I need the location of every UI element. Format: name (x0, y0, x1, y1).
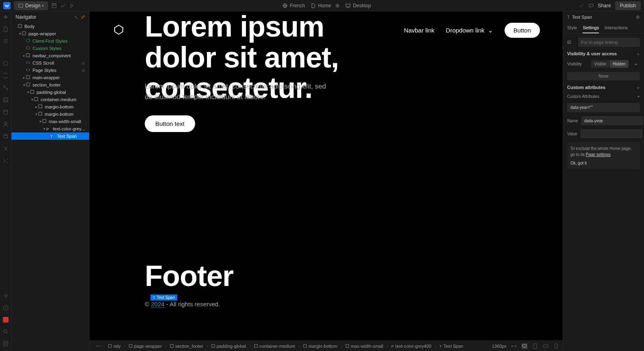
tree-caret[interactable]: ▾ (34, 112, 38, 116)
styles-icon[interactable] (2, 84, 9, 91)
cms-icon[interactable] (2, 109, 9, 115)
users-icon[interactable] (2, 121, 9, 128)
assets-icon[interactable] (2, 97, 9, 103)
tree-item-custom-styles[interactable]: Custom Styles (11, 45, 89, 52)
variables-icon[interactable] (2, 72, 9, 79)
tree-item-text-color-grey400[interactable]: ▾Ptext-color-grey400 (11, 125, 89, 132)
tree-item-margin-bottom[interactable]: ▸margin-bottom (11, 103, 89, 110)
check-icon[interactable] (579, 3, 584, 9)
tree-item-container-medium[interactable]: ▾container-medium (11, 96, 89, 103)
locale-selector[interactable]: French (283, 3, 305, 9)
comment-icon[interactable] (588, 3, 594, 9)
breadcrumb-item[interactable]: section_footer (166, 344, 207, 349)
visibility-hidden[interactable]: Hidden (610, 60, 629, 68)
element-settings-icon[interactable]: ⚙ (636, 15, 640, 20)
tree-item-main-wrapper[interactable]: ▸main-wrapper (11, 74, 89, 81)
tree-label: Page Styles (33, 68, 82, 73)
canvas[interactable]: Navbar link Dropdown link ⌄ Button Lorem… (89, 11, 563, 340)
save-icon[interactable] (51, 3, 57, 9)
hidden-icon[interactable]: ⊘ (82, 61, 87, 65)
breakpoint-selector[interactable]: Desktop (346, 3, 371, 9)
tab-style[interactable]: Style (567, 23, 577, 33)
page-selector[interactable]: Home (311, 3, 340, 9)
search-icon[interactable] (2, 328, 9, 335)
attr-value-input[interactable] (581, 129, 642, 138)
apps-icon[interactable]: F (2, 158, 9, 164)
tree-caret[interactable]: ▾ (38, 119, 42, 124)
tree-caret[interactable]: ▾ (26, 90, 30, 94)
breadcrumb-item[interactable]: Ptext-color-grey400 (387, 344, 435, 349)
tree-item-page-styles[interactable]: Page Styles⊘ (11, 67, 89, 74)
svg-rect-31 (212, 344, 215, 347)
tree-item-css-scroll[interactable]: CSS Scroll⊘ (11, 59, 89, 67)
hidden-icon[interactable]: ⊘ (82, 68, 87, 73)
tab-interactions[interactable]: Interactions (605, 23, 628, 33)
breadcrumb-item[interactable]: margin-bottom (299, 344, 342, 349)
attribute-item[interactable]: data-year="" (567, 103, 640, 112)
design-mode-dropdown[interactable]: Design ▾ (14, 1, 48, 10)
ecommerce-icon[interactable] (2, 133, 9, 140)
tree-caret[interactable]: ▸ (34, 105, 38, 109)
id-input[interactable] (578, 38, 640, 47)
p-icon: P (391, 344, 394, 349)
settings-icon[interactable] (2, 292, 9, 299)
play-icon[interactable] (69, 3, 75, 9)
breadcrumb-more[interactable]: ⋯ (93, 343, 104, 349)
tree-caret[interactable]: ▾ (22, 83, 26, 87)
attr-name-input[interactable] (581, 116, 643, 125)
canvas-area: Navbar link Dropdown link ⌄ Button Lorem… (89, 11, 563, 351)
visibility-none[interactable]: None (567, 72, 640, 80)
video-icon[interactable] (3, 317, 9, 323)
pin-icon[interactable]: 📌 (80, 15, 85, 20)
breadcrumb-item[interactable]: page-wrapper (125, 344, 166, 349)
help-icon[interactable]: ? (2, 305, 9, 311)
visibility-visible[interactable]: Visible (591, 60, 610, 68)
pages-icon[interactable] (2, 26, 9, 32)
gear-icon[interactable] (335, 3, 340, 8)
tree-item-section-footer[interactable]: ▾section_footer (11, 81, 89, 89)
tree-item-margin-bottom[interactable]: ▾margin-bottom (11, 110, 89, 118)
publish-button[interactable]: Publish (615, 1, 641, 10)
tree-caret[interactable]: ▾ (30, 98, 34, 102)
tree-item-navbar-component[interactable]: ▸navbar_component (11, 52, 89, 59)
svg-rect-20 (26, 54, 30, 57)
device-mobile[interactable] (553, 343, 559, 349)
breadcrumb-item[interactable]: padding-global (207, 344, 250, 349)
tree-item-body[interactable]: Body (11, 23, 89, 30)
svg-rect-33 (304, 344, 307, 347)
components-icon[interactable] (2, 60, 9, 67)
tree-item-client-first-styles[interactable]: Client-First Styles (11, 37, 89, 45)
collapse-icon[interactable]: ⤡ (74, 15, 78, 20)
chart-icon[interactable] (60, 3, 66, 9)
add-visibility-condition[interactable]: + (632, 62, 640, 67)
breadcrumb-item[interactable]: ody (104, 344, 125, 349)
tree-item-page-wrapper[interactable]: ▾page-wrapper (11, 30, 89, 37)
audit-icon[interactable] (2, 340, 9, 347)
add-attribute-button[interactable]: + (637, 94, 640, 99)
tree-caret[interactable]: ▾ (42, 127, 46, 131)
dismiss-info[interactable]: Ok, got it (570, 160, 637, 166)
device-mobile-landscape[interactable] (542, 343, 549, 349)
tree-item-max-width-small[interactable]: ▾max-width-small (11, 118, 89, 125)
custom-attributes-header[interactable]: Custom attributes ⌄ (567, 84, 640, 90)
navigator-icon[interactable] (2, 38, 9, 45)
breadcrumb-item[interactable]: TText Span (435, 344, 467, 349)
logic-icon[interactable] (2, 145, 9, 152)
visibility-section-header[interactable]: Visibility & user access ⌄ (567, 51, 640, 56)
device-tablet[interactable] (532, 343, 538, 349)
svg-rect-32 (255, 344, 257, 347)
page-settings-link[interactable]: Page settings (586, 152, 611, 157)
width-expand-icon[interactable] (511, 343, 517, 349)
tree-item-padding-global[interactable]: ▾padding-global (11, 89, 89, 96)
tree-caret[interactable]: ▸ (22, 54, 26, 58)
webflow-logo[interactable] (3, 2, 11, 9)
device-desktop[interactable] (521, 343, 528, 349)
tree-caret[interactable]: ▾ (18, 32, 22, 36)
tree-item-text-span[interactable]: TText Span (11, 132, 89, 140)
tab-settings[interactable]: Settings (583, 23, 599, 33)
share-button[interactable]: Share (598, 3, 611, 9)
tree-caret[interactable]: ▸ (22, 76, 26, 80)
add-icon[interactable] (2, 14, 9, 20)
breadcrumb-item[interactable]: max-width-small (342, 344, 387, 349)
breadcrumb-item[interactable]: container-medium (250, 344, 299, 349)
